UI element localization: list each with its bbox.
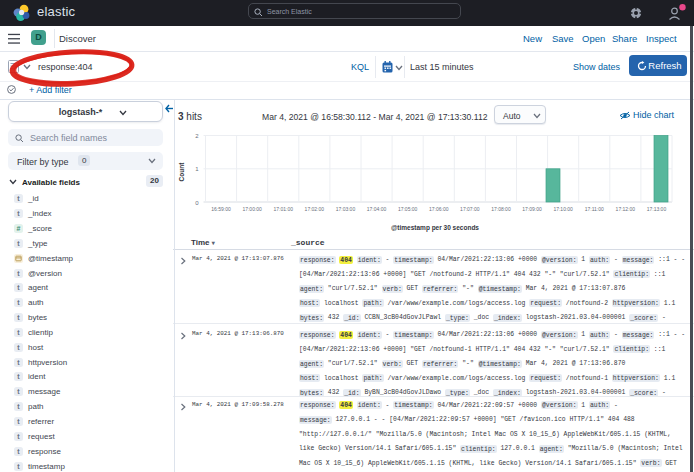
svg-text:Count: Count xyxy=(178,162,185,182)
svg-text:16:59:00: 16:59:00 xyxy=(211,206,231,212)
svg-text:2: 2 xyxy=(195,133,199,139)
svg-text:17:02:00: 17:02:00 xyxy=(305,206,325,212)
svg-text:17:05:00: 17:05:00 xyxy=(398,206,418,212)
svg-text:17:01:00: 17:01:00 xyxy=(274,206,294,212)
svg-text:17:13:00: 17:13:00 xyxy=(647,206,667,212)
svg-text:17:03:00: 17:03:00 xyxy=(336,206,356,212)
svg-text:17:09:00: 17:09:00 xyxy=(522,206,542,212)
svg-text:17:07:00: 17:07:00 xyxy=(460,206,480,212)
svg-text:17:11:00: 17:11:00 xyxy=(585,206,604,212)
svg-text:1: 1 xyxy=(195,166,199,172)
svg-text:17:12:00: 17:12:00 xyxy=(616,206,636,212)
svg-text:17:10:00: 17:10:00 xyxy=(553,206,573,212)
svg-text:17:04:00: 17:04:00 xyxy=(367,206,387,212)
svg-text:0: 0 xyxy=(195,200,199,206)
svg-text:@timestamp per 30 seconds: @timestamp per 30 seconds xyxy=(391,224,479,232)
svg-text:17:08:00: 17:08:00 xyxy=(491,206,511,212)
svg-text:17:06:00: 17:06:00 xyxy=(429,206,449,212)
svg-text:17:00:00: 17:00:00 xyxy=(242,206,262,212)
